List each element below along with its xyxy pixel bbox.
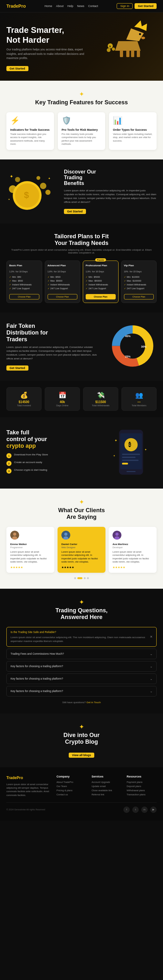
footer-link[interactable]: Transaction plans: [126, 793, 157, 796]
svg-text:✦: ✦: [113, 455, 115, 457]
blog-heading-wrap: ✦ Dive into Our Crypto Blog: [6, 723, 157, 745]
footer-link[interactable]: About TradePro: [57, 781, 86, 784]
plan-badge-popular: Popular: [95, 258, 106, 261]
token-cta-button[interactable]: Get Started: [6, 366, 29, 371]
feature-desc-0: Trade success indicators give you access…: [10, 133, 50, 146]
dot-2[interactable]: [84, 577, 86, 579]
plan-choose-vip[interactable]: Choose Plan: [124, 294, 154, 299]
dot-3[interactable]: [87, 577, 89, 579]
plan-features-professional: Min: $5000 Max: $50000 Instant Withdrawa…: [86, 275, 116, 291]
footer-link[interactable]: Account Upgrade: [91, 781, 121, 784]
footer-link[interactable]: Contact us: [57, 793, 86, 796]
stats-grid: 💰 $14500 Total Invested 📅 40k Days Onlin…: [6, 387, 157, 411]
footer-link[interactable]: Close available link: [91, 789, 121, 792]
stat-label-invested: Total Invested: [9, 404, 39, 407]
footer-links-company: About TradePro Our Team Pricing & plans …: [57, 781, 86, 796]
plan-feature: Min: $500: [48, 275, 78, 279]
benefits-section: $ $ ✦ ✦ ✦ Discover Our Trading Benefits …: [0, 159, 163, 224]
svg-point-52: [115, 533, 118, 536]
benefits-title: Discover Our Trading Benefits: [64, 169, 157, 186]
plan-name-vip: Vip Plan: [124, 264, 154, 267]
dot-0[interactable]: [74, 577, 76, 579]
footer-link[interactable]: Pricing & plans: [57, 789, 86, 792]
footer-link[interactable]: Update email: [91, 785, 121, 788]
footer-link[interactable]: Our Team: [57, 785, 86, 788]
svg-point-11: [107, 48, 110, 52]
plan-name-basic: Basic Plan: [9, 264, 39, 267]
svg-rect-5: [126, 50, 129, 57]
sign-in-button[interactable]: Sign In: [117, 3, 133, 9]
plan-choose-basic[interactable]: Choose Plan: [9, 294, 39, 299]
testimonial-text-1: Lorem ipsum dolor sit amet consectetur a…: [61, 550, 102, 564]
benefits-cta-button[interactable]: Get Started: [64, 209, 86, 214]
faq-item-0[interactable]: Is the Trading Site Safe and Reliable? L…: [6, 627, 157, 647]
faq-item-1[interactable]: Trading Fees and Commissions How Much? ⌄: [6, 649, 157, 659]
footer-link[interactable]: Referral link: [91, 793, 121, 796]
stat-value-withdrawals: $11500: [86, 400, 115, 404]
blog-cta-button[interactable]: View all blogs: [69, 752, 94, 758]
faq-item-2[interactable]: Key factors for choosing a trading platf…: [6, 661, 157, 671]
feature-desc-1: Pro risk mastery tools provide comprehen…: [62, 133, 102, 146]
nav-about[interactable]: About: [56, 5, 64, 8]
plan-choose-advanced[interactable]: Choose Plan: [48, 294, 78, 299]
footer-link[interactable]: Withdrawal plans: [126, 789, 157, 792]
plan-feature: 24/7 Live Support: [48, 287, 78, 291]
faq-question-3: Key factors for choosing a trading platf…: [11, 677, 63, 680]
svg-text:25%: 25%: [125, 355, 131, 358]
dot-1[interactable]: [77, 577, 83, 579]
plan-feature: Max: $500: [9, 279, 39, 283]
nav-news[interactable]: News: [77, 5, 85, 8]
stat-card-withdrawals: 💸 $11500 Total Withdrawals: [83, 387, 118, 411]
footer-link[interactable]: Payment plans: [126, 781, 157, 784]
donut-svg: 45% 30% 25%: [109, 322, 157, 370]
faq-item-3[interactable]: Key factors for choosing a trading platf…: [6, 673, 157, 684]
feature-title-1: Pro Tools for Risk Mastery: [62, 128, 102, 131]
hero-content: Trade Smarter, Not Harder Our trading pl…: [6, 25, 89, 71]
social-twitter-icon[interactable]: t: [132, 807, 139, 813]
faq-get-in-touch-link[interactable]: Get in Touch: [86, 701, 101, 704]
hero-cta-button[interactable]: Get Started: [6, 66, 29, 71]
footer-brand: TradePro Lorem ipsum dolor sit amet cons…: [6, 775, 51, 797]
social-youtube-icon[interactable]: ▶: [150, 807, 157, 813]
nav-contact[interactable]: Contact: [88, 5, 98, 8]
nav-help[interactable]: Help: [67, 5, 74, 8]
footer-link[interactable]: Deposit plans: [126, 785, 157, 788]
stat-label-days: Days Online: [48, 404, 77, 407]
testimonial-pagination: [6, 577, 157, 579]
avatar-2: [112, 531, 121, 539]
benefits-text: Discover Our Trading Benefits Lorem ipsu…: [64, 169, 157, 214]
svg-rect-6: [131, 50, 134, 57]
social-facebook-icon[interactable]: f: [123, 807, 130, 813]
svg-rect-42: [122, 460, 139, 461]
faq-chevron-0: ✕: [150, 635, 152, 638]
plan-feature: Instant Withdrawals: [86, 283, 116, 287]
social-icons: f t in ▶: [123, 807, 157, 813]
faq-chevron-4: ⌄: [150, 689, 152, 693]
faq-item-4[interactable]: Key factors for choosing a trading platf…: [6, 686, 157, 697]
svg-point-20: [45, 190, 51, 195]
testimonial-role-1: Web Designer: [61, 546, 102, 549]
footer-logo: TradePro: [6, 775, 51, 781]
svg-text:₿: ₿: [128, 442, 131, 448]
step-number-1: 2: [6, 461, 11, 466]
nav-buttons: Sign In Get Started: [117, 3, 157, 9]
faq-chevron-3: ⌄: [150, 677, 152, 681]
footer-col-heading-company: Company: [57, 775, 86, 778]
plan-rate-vip: 10% for 15 Days: [124, 268, 154, 273]
social-linkedin-icon[interactable]: in: [141, 807, 148, 813]
svg-rect-44: [126, 471, 136, 472]
features-heading-wrap: ✦ Key Trading Features for Success: [6, 90, 157, 106]
plan-choose-professional[interactable]: Choose Plan: [86, 294, 116, 299]
svg-marker-1: [126, 29, 144, 41]
testimonial-name-0: Emma Walker: [10, 543, 51, 546]
nav-home[interactable]: Home: [45, 5, 52, 8]
benefits-description: Lorem ipsum dolor sit amet consectetur a…: [64, 189, 157, 204]
svg-point-9: [141, 37, 145, 39]
stat-value-days: 40k: [48, 400, 77, 404]
footer-col-heading-services: Services: [91, 775, 121, 778]
plans-grid: Basic Plan 1.3% for 10 Days Min: $50 Max…: [6, 261, 157, 303]
footer-col-company: Company About TradePro Our Team Pricing …: [57, 775, 86, 797]
get-started-button[interactable]: Get Started: [134, 3, 157, 9]
stat-icon-withdrawals: 💸: [86, 391, 115, 399]
stat-label-withdrawals: Total Withdrawals: [86, 404, 115, 407]
